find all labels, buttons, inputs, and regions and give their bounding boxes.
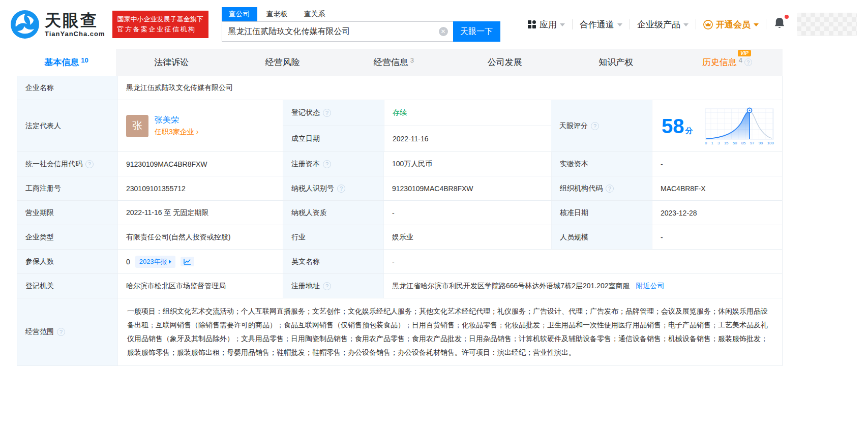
top-nav: 应用 合作通道 企业级产品 开通会员 [520,13,857,36]
search-tab-company[interactable]: 查公司 [222,7,257,21]
help-icon[interactable] [606,185,614,193]
business-scope-label: 经营范围 [17,298,117,365]
field-label: 天眼评分 [559,121,588,131]
company-type-value: 有限责任公司(自然人投资或控股) [117,225,283,249]
paid-capital-value: - [652,152,782,176]
tab-intellectual-property[interactable]: 知识产权 [560,49,672,76]
brand-name: 天眼查 [45,12,105,28]
insured-count-label: 参保人数 [17,250,117,273]
help-icon[interactable] [323,282,331,290]
legal-rep-value: 张 张美荣 任职3家企业 › [117,100,283,151]
help-icon[interactable] [337,185,345,193]
tab-company-development[interactable]: 公司发展 [450,49,561,76]
user-avatar-blurred[interactable] [797,13,857,36]
tab-label: 历史信息 [702,56,737,68]
help-icon[interactable] [744,58,752,66]
nav-apps[interactable]: 应用 [520,19,572,30]
tab-label: 法律诉讼 [154,56,189,68]
field-label: 登记状态 [291,108,320,117]
score-axis-ticks: 0131550859799100 [704,141,775,145]
search-tab-boss[interactable]: 查老板 [259,7,295,21]
establish-date-label: 成立日期 [283,126,384,151]
chevron-down-icon [754,23,759,26]
tab-business-info[interactable]: 经营信息 3 [338,49,450,76]
row-legal-representative: 法定代表人 张 张美荣 任职3家企业 › 登记状态 存续 [17,100,782,152]
nav-cooperation[interactable]: 合作通道 [573,19,630,30]
help-icon[interactable] [591,122,599,130]
chevron-down-icon [617,23,622,26]
row-reg-authority: 登记机关 哈尔滨市松北区市场监督管理局 注册地址 黑龙江省哈尔滨市利民开发区学院… [17,274,782,298]
clear-search-icon[interactable]: ✕ [439,27,448,36]
field-label: 法定代表人 [25,121,61,131]
company-name-value: 黑龙江伍贰陆玖文化传媒有限公司 [117,76,782,100]
section-tabs: 基本信息 10 法律诉讼 经营风险 经营信息 3 公司发展 知识产权 VIP 历… [17,49,783,76]
staff-size-value: - [652,225,782,249]
reg-authority-label: 登记机关 [17,274,117,298]
tianyancha-logo[interactable]: 天眼查 TianYanCha.com [10,10,105,39]
chevron-down-icon [683,23,689,26]
trend-chart-button[interactable] [181,257,194,266]
industry-label: 行业 [283,225,383,249]
legal-rep-avatar[interactable]: 张 [126,115,148,137]
row-reg-number: 工商注册号 230109101355712 纳税人识别号 91230109MAC… [17,176,782,201]
nearby-companies-link[interactable]: 附近公司 [636,282,665,291]
reg-capital-label: 注册资本 [283,152,383,176]
notifications-button[interactable] [766,17,793,32]
field-label: 登记机关 [25,282,54,291]
field-label: 纳税人识别号 [291,184,334,193]
field-label: 企业类型 [25,233,54,242]
search-tabs: 查公司 查老板 查关系 [222,7,500,21]
status-date-stack: 登记状态 存续 成立日期 2022-11-16 [283,100,551,151]
field-label: 行业 [291,233,306,242]
approval-date-label: 核准日期 [551,201,652,225]
business-term-value: 2022-11-16 至 无固定期限 [117,201,283,225]
score-distribution-chart: 0131550859799100 [704,107,775,145]
tab-label: 基本信息 [44,56,79,68]
search-input[interactable] [222,21,453,42]
field-label: 纳税人资质 [291,208,327,218]
reg-capital-value: 100万人民币 [383,152,551,176]
tab-operation-risk[interactable]: 经营风险 [227,49,339,76]
gov-badge-line1: 国家中小企业发展子基金旗下 [117,14,203,24]
tab-basic-info[interactable]: 基本信息 10 [17,49,116,76]
triangle-right-icon [169,260,171,264]
help-icon[interactable] [323,109,331,117]
tab-history-info[interactable]: VIP 历史信息 4 [672,49,783,76]
nav-open-membership-label: 开通会员 [716,19,751,30]
reg-status-value: 存续 [384,100,551,126]
staff-size-label: 人员规模 [551,225,652,249]
tab-legal-litigation[interactable]: 法律诉讼 [116,49,227,76]
nav-enterprise-products[interactable]: 企业级产品 [630,19,696,30]
field-label: 企业名称 [25,83,54,93]
legal-rep-companies-link[interactable]: 任职3家企业 › [155,128,198,137]
business-term-label: 营业期限 [17,201,117,225]
row-insured-count: 参保人数 0 2023年报 英文名称 - [17,250,782,274]
brand-domain: TianYanCha.com [45,30,105,37]
row-company-name: 企业名称 黑龙江伍贰陆玖文化传媒有限公司 [17,76,782,100]
tab-count: 3 [410,56,414,64]
address-text: 黑龙江省哈尔滨市利民开发区学院路666号林达外语城7栋2层201.202室商服 [392,282,630,291]
business-scope-value: 一般项目：组织文化艺术交流活动；个人互联网直播服务；文艺创作；文化娱乐经纪人服务… [117,298,782,365]
annual-report-chip[interactable]: 2023年报 [135,256,175,268]
company-type-label: 企业类型 [17,225,117,249]
row-reg-status: 登记状态 存续 [283,100,551,126]
help-icon[interactable] [57,328,65,336]
help-icon[interactable] [85,160,94,168]
tab-label: 经营风险 [265,56,300,68]
page: 天眼查 TianYanCha.com 国家中小企业发展子基金旗下 官方备案企业征… [0,0,868,428]
apps-grid-icon [527,20,536,29]
legal-rep-name-link[interactable]: 张美荣 [155,115,198,126]
top-header: 天眼查 TianYanCha.com 国家中小企业发展子基金旗下 官方备案企业征… [0,0,868,49]
search-button[interactable]: 天眼一下 [453,21,500,42]
field-label: 统一社会信用代码 [25,160,82,169]
industry-value: 娱乐业 [383,225,551,249]
field-label: 英文名称 [291,257,320,266]
row-company-type: 企业类型 有限责任公司(自然人投资或控股) 行业 娱乐业 人员规模 - [17,225,782,250]
score-number: 58分 [662,116,693,136]
search-tab-relation[interactable]: 查关系 [297,7,333,21]
help-icon[interactable] [323,160,331,168]
nav-open-membership[interactable]: 开通会员 [696,19,766,30]
search-row: ✕ 天眼一下 [222,21,500,42]
field-label: 注册地址 [291,282,320,291]
reg-status-label: 登记状态 [283,100,384,126]
